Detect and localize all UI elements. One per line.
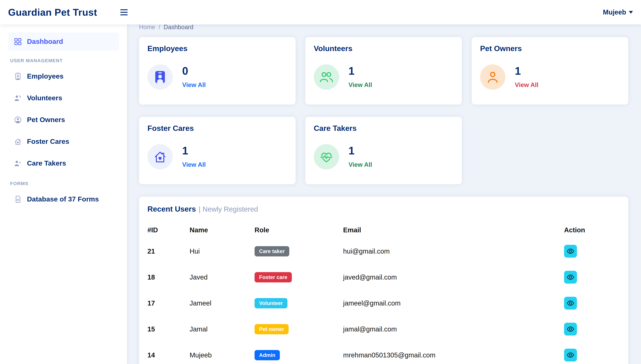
stat-count: 1 <box>348 66 372 76</box>
sidebar-item-volunteers[interactable]: Volunteers <box>8 88 119 108</box>
stat-card-foster-cares: Foster Cares 1 View All <box>139 117 296 184</box>
stat-icon-circle <box>314 64 339 90</box>
person-icon <box>486 70 499 84</box>
hamburger-menu-button[interactable] <box>119 8 129 17</box>
stat-card-volunteers: Volunteers 1 View All <box>305 37 462 104</box>
sidebar-item-foster-cares[interactable]: Foster Cares <box>8 131 119 152</box>
user-email: jameel@gmail.com <box>343 290 564 316</box>
user-email: hui@gmail.com <box>343 238 564 264</box>
stat-card-title: Care Takers <box>314 124 453 133</box>
column-header-action: Action <box>564 221 620 238</box>
people-icon <box>319 70 333 84</box>
eye-icon <box>567 325 574 333</box>
sidebar-item-employees[interactable]: Employees <box>8 66 119 86</box>
sidebar-item-pet-owners[interactable]: Pet Owners <box>8 110 119 130</box>
house-heart-icon <box>14 138 22 145</box>
stat-count: 1 <box>182 145 206 156</box>
column-header-name: Name <box>190 221 255 238</box>
column-header-email: Email <box>343 221 564 238</box>
stat-card-title: Volunteers <box>314 44 453 53</box>
stat-icon-circle <box>147 144 173 170</box>
stat-card-title: Employees <box>147 44 287 53</box>
user-profile-menu[interactable]: Mujeeb <box>603 8 633 16</box>
view-all-link[interactable]: View All <box>348 161 372 168</box>
sidebar-item-label: Dashboard <box>27 38 63 46</box>
sidebar-item-label: Volunteers <box>27 94 62 102</box>
stat-count: 0 <box>182 66 206 76</box>
file-text-icon <box>14 196 22 203</box>
sidebar-item-label: Database of 37 Forms <box>27 195 99 203</box>
breadcrumb-separator: / <box>159 24 160 31</box>
user-id: 17 <box>147 290 190 316</box>
recent-users-title: Recent Users | Newly Registered <box>147 205 620 214</box>
person-paw-icon <box>14 94 22 102</box>
user-id: 14 <box>147 342 190 364</box>
view-user-button[interactable] <box>564 349 577 362</box>
sidebar-nav: Dashboard USER MANAGEMENT Employees Volu… <box>0 24 127 364</box>
view-all-link[interactable]: View All <box>182 161 206 168</box>
view-user-button[interactable] <box>564 245 577 258</box>
user-name: Jameel <box>190 290 255 316</box>
stat-card-pet-owners: Pet Owners 1 View All <box>472 37 628 104</box>
table-row: 15 Jamal Pet owner jamal@gmail.com <box>147 316 620 342</box>
app-logo[interactable]: Guardian Pet Trust <box>8 6 97 18</box>
table-row: 18 Javed Foster care javed@gmail.com <box>147 264 620 290</box>
stat-card-employees: Employees 0 View All <box>139 37 296 104</box>
sidebar-item-label: Employees <box>27 72 64 80</box>
role-badge: Care taker <box>255 246 289 256</box>
user-email: jamal@gmail.com <box>343 316 564 342</box>
stat-count: 1 <box>515 66 538 76</box>
sidebar-item-label: Foster Cares <box>27 138 69 146</box>
person-circle-icon <box>14 116 22 124</box>
stat-count: 1 <box>348 145 372 156</box>
breadcrumb-home-link[interactable]: Home <box>139 24 155 31</box>
main-content: Dashboard Home / Dashboard Employees 0 V… <box>127 0 641 364</box>
eye-icon <box>567 351 574 359</box>
view-user-button[interactable] <box>564 297 577 310</box>
view-user-button[interactable] <box>564 323 577 336</box>
heart-pulse-icon <box>319 150 333 164</box>
role-badge: Admin <box>255 350 280 360</box>
view-all-link[interactable]: View All <box>348 82 372 88</box>
view-user-button[interactable] <box>564 271 577 284</box>
eye-icon <box>567 247 574 255</box>
user-name: Mujeeb <box>603 8 626 16</box>
role-badge: Foster care <box>255 272 292 282</box>
view-all-link[interactable]: View All <box>515 82 538 88</box>
person-heart-icon <box>14 160 22 167</box>
user-name: Javed <box>190 264 255 290</box>
user-email: javed@gmail.com <box>343 264 564 290</box>
eye-icon <box>567 273 574 281</box>
user-email: mrehman0501305@gmail.com <box>343 342 564 364</box>
stat-icon-circle <box>480 64 505 90</box>
house-heart-icon <box>153 150 167 164</box>
sidebar-item-label: Pet Owners <box>27 116 65 124</box>
column-header-id: #ID <box>147 221 190 238</box>
table-row: 21 Hui Care taker hui@gmail.com <box>147 238 620 264</box>
stat-card-title: Foster Cares <box>147 124 287 133</box>
top-header: Guardian Pet Trust Mujeeb <box>0 0 641 24</box>
stat-card-title: Pet Owners <box>480 44 620 53</box>
table-row: 17 Jameel Volunteer jameel@gmail.com <box>147 290 620 316</box>
recent-users-subtitle: Newly Registered <box>203 205 258 213</box>
table-row: 14 Mujeeb Admin mrehman0501305@gmail.com <box>147 342 620 364</box>
breadcrumb-current: Dashboard <box>164 24 193 31</box>
user-name: Hui <box>190 238 255 264</box>
title-separator: | <box>199 205 201 213</box>
stat-cards-grid: Employees 0 View All Volunteers <box>139 37 628 364</box>
eye-icon <box>567 299 574 307</box>
sidebar-item-forms-database[interactable]: Database of 37 Forms <box>8 189 119 210</box>
stat-icon-circle <box>314 144 339 170</box>
sidebar-item-care-takers[interactable]: Care Takers <box>8 153 119 174</box>
chevron-down-icon <box>629 11 633 14</box>
stat-card-care-takers: Care Takers 1 View All <box>305 117 462 184</box>
recent-users-title-text: Recent Users <box>147 205 196 214</box>
sidebar-section-user-management: USER MANAGEMENT <box>10 58 119 64</box>
role-badge: Pet owner <box>255 324 289 334</box>
user-id: 21 <box>147 238 190 264</box>
sidebar-item-dashboard[interactable]: Dashboard <box>8 32 119 50</box>
recent-users-table: #ID Name Role Email Action 21 Hui Care t… <box>147 221 620 364</box>
column-header-role: Role <box>255 221 343 238</box>
user-id: 15 <box>147 316 190 342</box>
view-all-link[interactable]: View All <box>182 82 206 88</box>
